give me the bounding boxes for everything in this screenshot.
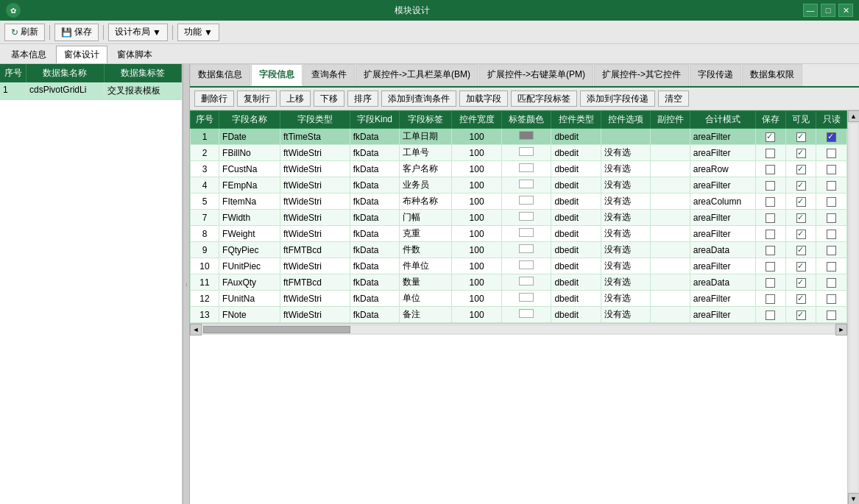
data-table-container[interactable]: 序号 字段名称 字段类型 字段Kind 字段标签 控件宽度 标签颜色 控件类型 …	[190, 110, 847, 504]
cell-ctrl-type[interactable]: dbedit	[551, 258, 601, 274]
cell-kind[interactable]: fkData	[350, 194, 400, 210]
cell-ctrl-opt[interactable]: 没有选	[601, 177, 651, 194]
cell-label[interactable]: 数量	[400, 274, 452, 291]
scroll-down-arrow[interactable]: ▼	[848, 493, 860, 504]
cell-readonly[interactable]	[816, 242, 847, 258]
tab-query[interactable]: 查询条件	[303, 64, 355, 86]
checkbox[interactable]	[827, 278, 836, 288]
cell-sub-ctrl[interactable]	[651, 194, 690, 210]
cell-name[interactable]: FUnitNa	[219, 291, 280, 307]
cell-name[interactable]: FQtyPiec	[219, 242, 280, 258]
cell-width[interactable]: 100	[452, 129, 502, 145]
table-row[interactable]: 9 FQtyPiec ftFMTBcd fkData 件数 100 dbedit…	[191, 242, 847, 258]
cell-ctrl-type[interactable]: dbedit	[551, 129, 601, 145]
cell-readonly[interactable]	[816, 226, 847, 242]
checkbox[interactable]	[766, 310, 775, 320]
vscroll-track[interactable]	[850, 124, 858, 491]
checkbox[interactable]	[827, 132, 836, 142]
cell-type[interactable]: ftFMTBcd	[280, 274, 350, 291]
cell-type[interactable]: ftWideStri	[280, 194, 350, 210]
cell-kind[interactable]: fkData	[350, 129, 400, 145]
cell-width[interactable]: 100	[452, 258, 502, 274]
cell-color[interactable]	[501, 226, 551, 242]
cell-sum-mode[interactable]: areaFilter	[690, 177, 755, 194]
cell-sum-mode[interactable]: areaColumn	[690, 194, 755, 210]
cell-name[interactable]: FUnitPiec	[219, 258, 280, 274]
cell-ctrl-type[interactable]: dbedit	[551, 161, 601, 177]
cell-visible[interactable]	[785, 242, 816, 258]
cell-ctrl-type[interactable]: dbedit	[551, 307, 601, 323]
scroll-thumb[interactable]	[203, 326, 350, 333]
cell-sub-ctrl[interactable]	[651, 307, 690, 323]
checkbox[interactable]	[796, 294, 806, 304]
nav-tab-design[interactable]: 窗体设计	[56, 46, 107, 63]
cell-name[interactable]: FEmpNa	[219, 177, 280, 194]
cell-width[interactable]: 100	[452, 242, 502, 258]
cell-sum-mode[interactable]: areaFilter	[690, 210, 755, 226]
cell-sum-mode[interactable]: areaFilter	[690, 307, 755, 323]
checkbox[interactable]	[766, 230, 775, 239]
table-row[interactable]: 13 FNote ftWideStri fkData 备注 100 dbedit…	[191, 307, 847, 323]
cell-width[interactable]: 100	[452, 291, 502, 307]
cell-kind[interactable]: fkData	[350, 161, 400, 177]
cell-sum-mode[interactable]: areaData	[690, 274, 755, 291]
cell-kind[interactable]: fkData	[350, 242, 400, 258]
checkbox[interactable]	[766, 181, 775, 191]
cell-color[interactable]	[501, 291, 551, 307]
cell-color[interactable]	[501, 274, 551, 291]
add-transfer-button[interactable]: 添加到字段传递	[580, 90, 655, 107]
cell-color[interactable]	[501, 194, 551, 210]
cell-ctrl-opt[interactable]: 没有选	[601, 226, 651, 242]
cell-kind[interactable]: fkData	[350, 274, 400, 291]
tab-dataset-info[interactable]: 数据集信息	[190, 64, 250, 86]
cell-save[interactable]	[755, 210, 785, 226]
cell-width[interactable]: 100	[452, 145, 502, 161]
cell-readonly[interactable]	[816, 177, 847, 194]
cell-save[interactable]	[755, 194, 785, 210]
cell-color[interactable]	[501, 161, 551, 177]
cell-kind[interactable]: fkData	[350, 145, 400, 161]
vertical-splitter[interactable]: ···	[183, 64, 190, 504]
clear-button[interactable]: 清空	[658, 90, 689, 107]
cell-color[interactable]	[501, 145, 551, 161]
checkbox[interactable]	[796, 149, 806, 158]
cell-save[interactable]	[755, 129, 785, 145]
checkbox[interactable]	[796, 310, 806, 320]
table-row[interactable]: 11 FAuxQty ftFMTBcd fkData 数量 100 dbedit…	[191, 274, 847, 291]
match-label-button[interactable]: 匹配字段标签	[511, 90, 577, 107]
checkbox[interactable]	[796, 246, 806, 255]
cell-type[interactable]: ftWideStri	[280, 145, 350, 161]
cell-kind[interactable]: fkData	[350, 291, 400, 307]
cell-visible[interactable]	[785, 161, 816, 177]
cell-ctrl-type[interactable]: dbedit	[551, 194, 601, 210]
checkbox[interactable]	[766, 132, 775, 142]
cell-save[interactable]	[755, 274, 785, 291]
cell-ctrl-opt[interactable]: 没有选	[601, 291, 651, 307]
checkbox[interactable]	[766, 294, 775, 304]
vertical-scrollbar[interactable]: ▲ ▼	[847, 110, 859, 504]
cell-save[interactable]	[755, 291, 785, 307]
cell-name[interactable]: FDate	[219, 129, 280, 145]
checkbox[interactable]	[796, 181, 806, 191]
cell-sub-ctrl[interactable]	[651, 242, 690, 258]
cell-kind[interactable]: fkData	[350, 226, 400, 242]
cell-readonly[interactable]	[816, 129, 847, 145]
cell-sum-mode[interactable]: areaFilter	[690, 129, 755, 145]
cell-name[interactable]: FItemNa	[219, 194, 280, 210]
checkbox[interactable]	[766, 213, 775, 223]
cell-save[interactable]	[755, 226, 785, 242]
cell-type[interactable]: ftWideStri	[280, 291, 350, 307]
cell-sum-mode[interactable]: areaFilter	[690, 145, 755, 161]
cell-visible[interactable]	[785, 145, 816, 161]
cell-save[interactable]	[755, 242, 785, 258]
cell-readonly[interactable]	[816, 210, 847, 226]
cell-ctrl-opt[interactable]	[601, 129, 651, 145]
cell-visible[interactable]	[785, 258, 816, 274]
refresh-button[interactable]: ↻ 刷新	[4, 24, 45, 41]
cell-ctrl-type[interactable]: dbedit	[551, 226, 601, 242]
checkbox[interactable]	[766, 165, 775, 174]
checkbox[interactable]	[827, 294, 836, 304]
cell-sub-ctrl[interactable]	[651, 129, 690, 145]
cell-ctrl-type[interactable]: dbedit	[551, 291, 601, 307]
checkbox[interactable]	[827, 230, 836, 239]
